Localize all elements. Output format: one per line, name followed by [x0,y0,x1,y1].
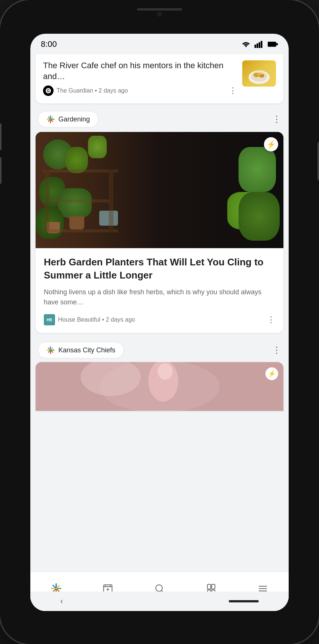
housebeautiful-logo: HB [44,314,55,325]
svg-text:G: G [47,89,50,93]
volume-down-button [0,157,1,184]
svg-rect-2 [259,42,260,48]
phone-screen: 8:00 [30,34,289,611]
power-button [318,142,319,180]
kansas-tag[interactable]: Kansas City Chiefs [38,342,124,358]
home-bar-area: ‹ [30,592,289,611]
battery-icon [268,40,278,48]
status-icons [241,40,278,48]
signal-icon [254,40,265,48]
top-article-text: The River Cafe chef on his mentors in th… [43,60,237,96]
top-card-more-btn[interactable]: ⋮ [229,87,237,95]
home-indicator[interactable] [229,600,259,602]
gardening-article-title: Herb Garden Planters That Will Let You C… [44,256,275,282]
gardening-tag[interactable]: Gardening [38,111,98,127]
svg-point-22 [158,363,173,380]
gardening-source-info: HB House Beautiful • 2 days ago [44,314,135,325]
kansas-google-star-icon [46,346,55,354]
scroll-content: The River Cafe chef on his mentors in th… [30,54,289,611]
lightning-icon: ⚡ [267,140,276,149]
svg-point-33 [105,585,106,586]
back-button[interactable]: ‹ [60,596,63,606]
status-time: 8:00 [41,39,57,49]
top-article-image [242,60,276,87]
svg-rect-37 [207,584,211,589]
top-article-card[interactable]: The River Cafe chef on his mentors in th… [36,54,283,103]
gardening-more-btn[interactable]: ⋮ [272,114,281,124]
svg-rect-15 [43,229,118,232]
gardening-article-card[interactable]: ⚡ Herb Garden Planters That Will Let You… [36,132,283,333]
gardening-card-more-btn[interactable]: ⋮ [267,316,275,324]
volume-up-button [0,124,1,150]
phone-frame: 8:00 [0,0,319,644]
kansas-more-btn[interactable]: ⋮ [272,345,281,355]
gardening-source-row: HB House Beautiful • 2 days ago ⋮ [44,314,275,325]
top-source-info: G The Guardian • 2 days ago [43,85,128,96]
front-camera [157,11,162,17]
lightning-badge: ⚡ [264,137,278,151]
guardian-logo: G [43,85,54,96]
top-source-name: The Guardian • 2 days ago [57,87,128,94]
svg-rect-5 [276,43,278,45]
kansas-article-card[interactable]: ⚡ [36,362,283,411]
gardening-article-desc: Nothing livens up a dish like fresh herb… [44,287,275,307]
plant-background [36,132,283,248]
svg-rect-17 [109,169,113,232]
gardening-article-image: ⚡ [36,132,283,248]
svg-point-34 [110,585,111,586]
kansas-article-image [36,362,283,411]
food-thumbnail [242,60,276,87]
svg-rect-38 [212,584,215,589]
svg-rect-1 [256,43,258,48]
svg-rect-3 [261,41,262,48]
wifi-icon [241,40,251,48]
speaker-grill [137,8,182,10]
svg-line-27 [53,585,55,588]
kansas-tag-label: Kansas City Chiefs [58,346,115,354]
kansas-section-header: Kansas City Chiefs ⋮ [30,336,289,362]
status-bar: 8:00 [30,39,289,49]
svg-rect-13 [43,169,118,172]
svg-rect-16 [45,169,49,232]
svg-rect-14 [43,199,111,202]
gardening-section-header: Gardening ⋮ [30,106,289,132]
svg-rect-4 [268,42,276,46]
top-article-title: The River Cafe chef on his mentors in th… [43,60,237,82]
gardening-tag-label: Gardening [58,115,90,123]
svg-point-35 [156,585,162,592]
svg-rect-0 [255,45,256,48]
kansas-lightning-icon: ⚡ [268,370,276,378]
gardening-article-body: Herb Garden Planters That Will Let You C… [36,248,283,333]
svg-point-12 [257,73,261,76]
google-star-icon [46,115,55,123]
top-source-row: G The Guardian • 2 days ago ⋮ [43,85,237,96]
gardening-source-name: House Beautiful • 2 days ago [58,316,135,323]
svg-line-29 [57,585,60,588]
